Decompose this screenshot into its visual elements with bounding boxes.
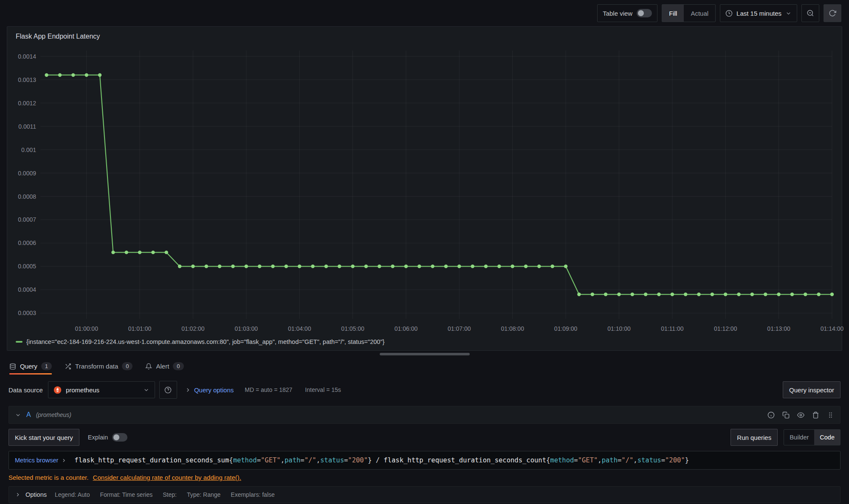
refresh-button[interactable] xyxy=(824,4,841,22)
zoom-out-icon xyxy=(807,9,814,17)
series-point xyxy=(524,265,527,268)
builder-mode-button[interactable]: Builder xyxy=(784,430,814,445)
explain-toggle[interactable] xyxy=(112,433,127,442)
datasource-help-button[interactable] xyxy=(159,381,177,399)
x-tick-label: 01:02:00 xyxy=(181,325,205,332)
query-row-header[interactable]: A (prometheus) xyxy=(8,406,841,424)
legend-item[interactable]: {instance="ec2-184-169-216-224.us-west-1… xyxy=(11,337,838,345)
zoom-out-button[interactable] xyxy=(801,4,819,22)
x-tick-label: 01:03:00 xyxy=(235,325,258,332)
x-tick-label: 01:06:00 xyxy=(395,325,418,332)
series-point xyxy=(817,293,821,296)
series-point xyxy=(364,265,368,268)
explain-label: Explain xyxy=(88,434,108,441)
datasource-select[interactable]: prometheus xyxy=(48,381,155,398)
options-exemplars: Exemplars: false xyxy=(231,491,274,498)
promql-editor: Metrics browser flask_http_request_durat… xyxy=(8,451,841,470)
info-circle-icon[interactable] xyxy=(767,411,775,419)
x-tick-label: 01:01:00 xyxy=(128,325,152,332)
series-point xyxy=(324,265,328,268)
duplicate-query-icon[interactable] xyxy=(782,411,790,419)
tab-transform[interactable]: Transform data 0 xyxy=(65,362,133,374)
query-options-toggle[interactable]: Query options xyxy=(185,386,234,394)
query-toolbar: Kick start your query Explain Run querie… xyxy=(8,429,841,446)
datasource-name: prometheus xyxy=(66,386,99,394)
tab-query[interactable]: Query 1 xyxy=(9,362,52,374)
series-point xyxy=(577,293,581,296)
x-tick-label: 01:00:00 xyxy=(75,325,98,332)
x-tick-label: 01:04:00 xyxy=(288,325,311,332)
series-point xyxy=(537,265,541,268)
series-point xyxy=(804,293,807,296)
y-tick-label: 0.0003 xyxy=(18,310,36,316)
y-tick-label: 0.0007 xyxy=(18,216,36,223)
series-point xyxy=(684,293,687,296)
x-tick-label: 01:11:00 xyxy=(661,325,684,332)
y-tick-label: 0.0013 xyxy=(18,76,36,83)
legend-swatch xyxy=(16,341,23,343)
metrics-browser-button[interactable]: Metrics browser xyxy=(9,457,73,464)
warning-rate-link[interactable]: Consider calculating rate of counter by … xyxy=(93,474,241,481)
series-point xyxy=(165,251,168,254)
series-point xyxy=(417,265,421,268)
query-options-summary: MD = auto = 1827 Interval = 15s xyxy=(245,386,341,393)
y-tick-label: 0.001 xyxy=(21,146,36,153)
series-point xyxy=(484,265,488,268)
kick-start-query-button[interactable]: Kick start your query xyxy=(8,429,79,446)
series-point xyxy=(271,265,274,268)
series-point xyxy=(697,293,700,296)
series-point xyxy=(218,265,221,268)
chevron-down-icon xyxy=(143,387,149,393)
run-queries-button[interactable]: Run queries xyxy=(731,429,778,446)
actual-button[interactable]: Actual xyxy=(684,5,715,22)
x-tick-label: 01:10:00 xyxy=(607,325,631,332)
query-inspector-button[interactable]: Query inspector xyxy=(783,381,841,398)
tab-transform-label: Transform data xyxy=(75,363,118,370)
series-point xyxy=(471,265,474,268)
series-point xyxy=(724,293,727,296)
series-point xyxy=(45,73,48,77)
panel-editor-toolbar: Table view Fill Actual Last 15 minutes xyxy=(0,0,849,26)
series-point xyxy=(777,293,780,296)
database-icon xyxy=(9,363,16,370)
series-point xyxy=(338,265,341,268)
editor-tabs: Query 1 Transform data 0 Alert 0 xyxy=(0,358,849,374)
pane-resize-handle[interactable] xyxy=(380,353,470,355)
shuffle-icon xyxy=(65,363,71,370)
y-tick-label: 0.0009 xyxy=(18,170,36,177)
series-point xyxy=(98,73,102,77)
series-point xyxy=(564,265,567,268)
series-point xyxy=(497,265,501,268)
interval-value: Interval = 15s xyxy=(305,386,341,393)
datasource-label: Data source xyxy=(8,386,43,394)
remove-query-trash-icon[interactable] xyxy=(812,411,819,419)
panel-title: Flask App Endpoint Latency xyxy=(11,30,838,45)
collapse-chevron-icon[interactable] xyxy=(15,412,21,418)
counter-warning: Selected metric is a counter. Consider c… xyxy=(8,474,841,481)
time-range-picker[interactable]: Last 15 minutes xyxy=(720,4,797,22)
series-line xyxy=(47,75,832,295)
fill-button[interactable]: Fill xyxy=(662,5,684,22)
series-point xyxy=(311,265,314,268)
series-point xyxy=(125,251,128,254)
bell-icon xyxy=(145,363,152,370)
chart-canvas[interactable]: 0.00140.00130.00120.00110.0010.00090.000… xyxy=(11,45,838,337)
table-view-toggle[interactable] xyxy=(637,9,652,17)
x-tick-label: 01:14:00 xyxy=(821,325,844,332)
y-tick-label: 0.0012 xyxy=(18,100,36,107)
code-mode-button[interactable]: Code xyxy=(814,430,840,445)
legend-label: {instance="ec2-184-169-216-224.us-west-1… xyxy=(26,338,384,345)
series-point xyxy=(737,293,740,296)
tab-alert[interactable]: Alert 0 xyxy=(145,362,183,374)
x-tick-label: 01:13:00 xyxy=(767,325,790,332)
x-tick-label: 01:05:00 xyxy=(341,325,364,332)
promql-code[interactable]: flask_http_request_duration_seconds_sum{… xyxy=(73,456,689,464)
max-data-points-value: MD = auto = 1827 xyxy=(245,386,292,393)
series-point xyxy=(58,73,62,77)
hide-query-eye-icon[interactable] xyxy=(797,411,804,419)
explain-group: Explain xyxy=(88,433,128,442)
tab-query-label: Query xyxy=(20,363,37,370)
query-options-collapsed[interactable]: Options Legend: Auto Format: Time series… xyxy=(8,486,841,503)
series-point xyxy=(617,293,621,296)
drag-handle-grip-icon[interactable] xyxy=(827,411,834,419)
